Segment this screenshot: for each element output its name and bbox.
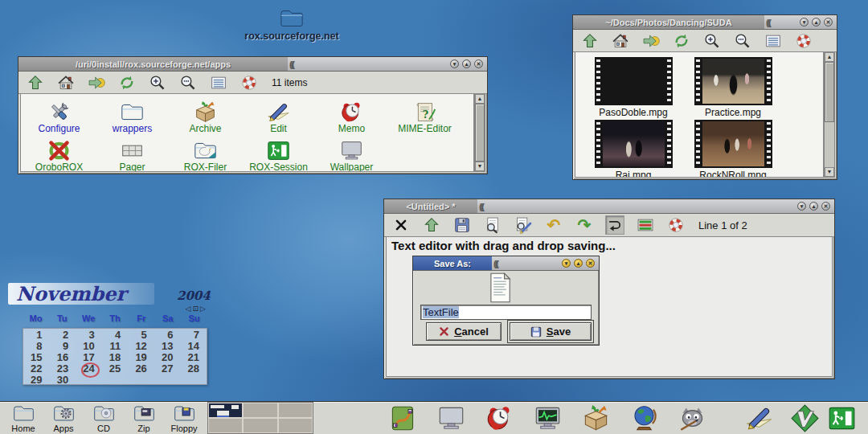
calendar-day[interactable]: 5 bbox=[128, 330, 154, 341]
close-button[interactable]: ✕ bbox=[824, 18, 833, 27]
up-button[interactable] bbox=[580, 31, 600, 51]
calendar-day[interactable]: 20 bbox=[154, 352, 181, 363]
calendar-day[interactable]: 15 bbox=[23, 352, 50, 363]
panel-item-apps[interactable]: Apps bbox=[43, 403, 84, 433]
pager-cell[interactable] bbox=[208, 418, 243, 433]
filename-input[interactable]: TextFile bbox=[420, 305, 592, 320]
save-dialog-titlebar[interactable]: Save As: ((( ▾ ▴ ✕ bbox=[413, 256, 599, 271]
syntax-menu-button[interactable] bbox=[636, 215, 655, 235]
scroll-up-button[interactable]: ▲ bbox=[475, 94, 485, 104]
apps-scrollbar[interactable]: ▲ ▼ bbox=[474, 93, 485, 172]
calendar-day[interactable]: 18 bbox=[102, 352, 129, 363]
video-file-rai[interactable]: Rai.mpg bbox=[583, 120, 683, 178]
panel-item-floppy[interactable]: Floppy bbox=[164, 403, 204, 433]
calendar-day[interactable]: 8 bbox=[23, 341, 50, 352]
zoom-in-button[interactable] bbox=[702, 31, 722, 51]
calendar-day[interactable]: 10 bbox=[76, 341, 102, 352]
forward-button[interactable] bbox=[87, 73, 106, 92]
maximize-button[interactable]: ▴ bbox=[462, 59, 471, 68]
iconify-button[interactable]: ▾ bbox=[797, 202, 806, 211]
word-wrap-toggle[interactable] bbox=[605, 215, 624, 235]
file-item-rox-filer[interactable]: ROX-Filer bbox=[169, 134, 242, 172]
close-button[interactable]: ✕ bbox=[474, 59, 483, 68]
calendar-day[interactable]: 2 bbox=[50, 330, 76, 341]
launcher-gimp[interactable] bbox=[677, 403, 707, 433]
desktop-icon-rox-sourceforge[interactable]: rox.sourceforge.net bbox=[227, 6, 356, 42]
calendar-day[interactable]: 3 bbox=[76, 330, 102, 341]
launcher-draw[interactable] bbox=[387, 403, 418, 433]
calendar-day[interactable]: 17 bbox=[76, 352, 102, 363]
scroll-up-button[interactable]: ▲ bbox=[825, 52, 834, 62]
calendar-day[interactable]: 28 bbox=[180, 363, 207, 375]
calendar-day[interactable]: 11 bbox=[102, 341, 129, 352]
help-button[interactable] bbox=[666, 215, 686, 235]
pager-cell[interactable] bbox=[243, 403, 277, 418]
file-item-wrappers[interactable]: wrappers bbox=[96, 96, 169, 134]
launcher-archive[interactable] bbox=[580, 403, 611, 433]
calendar-day[interactable]: 1 bbox=[23, 330, 50, 341]
up-button[interactable] bbox=[422, 215, 441, 235]
calendar-prev-icon[interactable]: ◁ bbox=[186, 305, 193, 313]
pager-cell-active[interactable] bbox=[208, 403, 243, 418]
calendar-day[interactable]: 23 bbox=[50, 363, 76, 375]
up-button[interactable] bbox=[26, 73, 45, 92]
zoom-fit-button[interactable] bbox=[733, 31, 752, 51]
maximize-button[interactable]: ▴ bbox=[809, 202, 818, 211]
apps-file-area[interactable]: Configure wrappers Archive Edit Memo MIM… bbox=[20, 93, 474, 172]
iconify-button[interactable]: ▾ bbox=[562, 259, 571, 268]
file-item-edit[interactable]: Edit bbox=[242, 96, 315, 134]
launcher-system-monitor[interactable] bbox=[532, 403, 563, 433]
pager-cell[interactable] bbox=[243, 418, 277, 433]
launcher-vim[interactable] bbox=[789, 403, 820, 433]
calendar-next-icon[interactable]: ▷ bbox=[200, 305, 207, 313]
list-view-button[interactable] bbox=[764, 31, 783, 51]
calendar-day[interactable]: 27 bbox=[154, 363, 181, 375]
help-button[interactable] bbox=[794, 31, 813, 51]
launcher-globe[interactable] bbox=[628, 403, 659, 433]
calendar-day[interactable]: 13 bbox=[154, 341, 181, 352]
close-button[interactable]: ✕ bbox=[821, 202, 830, 211]
calendar-day[interactable]: 25 bbox=[102, 363, 129, 375]
iconify-button[interactable]: ▾ bbox=[800, 18, 809, 27]
calendar-day[interactable]: 6 bbox=[154, 330, 181, 341]
calendar-day[interactable]: 22 bbox=[23, 363, 50, 375]
calendar-day[interactable]: 16 bbox=[50, 352, 76, 363]
forward-button[interactable] bbox=[641, 31, 661, 51]
apps-window-titlebar[interactable]: /uri/0install/rox.sourceforge.net/apps (… bbox=[18, 57, 487, 72]
calendar-day[interactable]: 7 bbox=[180, 330, 207, 341]
home-button[interactable] bbox=[611, 31, 630, 51]
file-item-mime-editor[interactable]: MIME-Editor bbox=[388, 96, 461, 134]
photos-file-area[interactable]: PasoDoble.mpg Practice.mpg Rai.mpg RockN… bbox=[575, 51, 824, 178]
video-file-practice[interactable]: Practice.mpg bbox=[683, 57, 783, 120]
calendar-today-icon[interactable]: ⊡ bbox=[193, 305, 201, 313]
scroll-down-button[interactable]: ▼ bbox=[825, 167, 834, 177]
file-item-oroborox[interactable]: OroboROX bbox=[23, 134, 96, 172]
calendar-day[interactable]: 14 bbox=[180, 341, 207, 352]
launcher-edit[interactable] bbox=[743, 403, 774, 433]
launcher-wallpaper[interactable] bbox=[436, 403, 466, 433]
list-view-button[interactable] bbox=[209, 73, 228, 92]
maximize-button[interactable]: ▴ bbox=[812, 18, 821, 27]
save-button[interactable] bbox=[452, 215, 472, 235]
iconify-button[interactable]: ▾ bbox=[450, 59, 459, 68]
find-replace-button[interactable] bbox=[514, 215, 533, 235]
video-file-pasodoble[interactable]: PasoDoble.mpg bbox=[583, 57, 683, 120]
calendar-day[interactable]: 29 bbox=[23, 375, 50, 386]
find-button[interactable] bbox=[483, 215, 502, 235]
scroll-thumb[interactable] bbox=[475, 104, 485, 162]
calendar-day[interactable]: 9 bbox=[50, 341, 76, 352]
file-item-pager[interactable]: Pager bbox=[96, 134, 169, 172]
zoom-fit-button[interactable] bbox=[178, 73, 198, 92]
file-item-rox-session[interactable]: ROX-Session bbox=[242, 134, 315, 172]
close-button[interactable]: ✕ bbox=[586, 259, 595, 268]
calendar-day[interactable]: 26 bbox=[128, 363, 154, 375]
undo-button[interactable]: ↶ bbox=[544, 215, 563, 235]
zoom-in-button[interactable] bbox=[148, 73, 167, 92]
calendar-day[interactable]: 30 bbox=[50, 375, 76, 386]
calendar-day[interactable]: 21 bbox=[180, 352, 207, 363]
refresh-button[interactable] bbox=[672, 31, 691, 51]
launcher-memo[interactable] bbox=[484, 403, 514, 433]
pager-cell[interactable] bbox=[278, 418, 313, 433]
file-item-archive[interactable]: Archive bbox=[169, 96, 242, 134]
maximize-button[interactable]: ▴ bbox=[574, 259, 583, 268]
